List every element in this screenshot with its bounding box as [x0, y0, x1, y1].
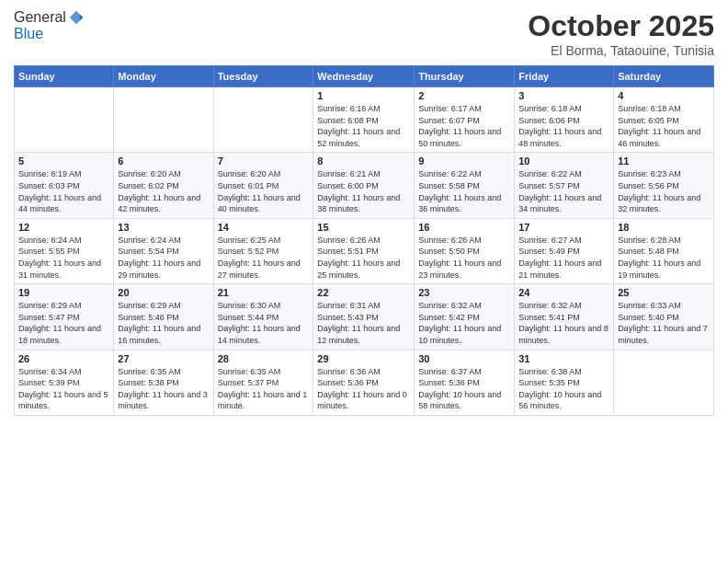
day-info: Sunrise: 6:37 AMSunset: 5:36 PMDaylight:…	[418, 366, 510, 412]
day-of-week-header: Thursday	[415, 66, 515, 87]
day-of-week-header: Sunday	[15, 66, 114, 87]
calendar-cell	[213, 87, 313, 153]
calendar-cell: 1Sunrise: 6:16 AMSunset: 6:08 PMDaylight…	[313, 87, 415, 153]
title-block: October 2025 El Borma, Tataouine, Tunisi…	[528, 9, 714, 58]
day-info: Sunrise: 6:29 AMSunset: 5:47 PMDaylight:…	[18, 300, 109, 346]
day-number: 4	[618, 90, 710, 101]
calendar-cell: 19Sunrise: 6:29 AMSunset: 5:47 PMDayligh…	[15, 284, 114, 350]
calendar-cell: 17Sunrise: 6:27 AMSunset: 5:49 PMDayligh…	[515, 218, 614, 283]
calendar-cell: 6Sunrise: 6:20 AMSunset: 6:02 PMDaylight…	[114, 153, 213, 218]
day-info: Sunrise: 6:32 AMSunset: 5:41 PMDaylight:…	[518, 300, 609, 346]
day-number: 2	[418, 90, 510, 101]
day-info: Sunrise: 6:34 AMSunset: 5:39 PMDaylight:…	[18, 366, 109, 412]
logo-blue-text: Blue	[14, 26, 85, 42]
day-number: 30	[418, 353, 510, 364]
calendar-cell: 25Sunrise: 6:33 AMSunset: 5:40 PMDayligh…	[614, 284, 714, 350]
calendar-cell: 13Sunrise: 6:24 AMSunset: 5:54 PMDayligh…	[114, 218, 213, 283]
day-info: Sunrise: 6:28 AMSunset: 5:48 PMDaylight:…	[618, 235, 710, 281]
day-number: 19	[18, 287, 109, 298]
day-number: 20	[118, 287, 209, 298]
calendar-cell: 26Sunrise: 6:34 AMSunset: 5:39 PMDayligh…	[15, 350, 114, 415]
day-number: 13	[118, 222, 209, 233]
day-info: Sunrise: 6:19 AMSunset: 6:03 PMDaylight:…	[18, 168, 109, 214]
day-number: 1	[317, 90, 410, 101]
calendar-cell: 31Sunrise: 6:38 AMSunset: 5:35 PMDayligh…	[515, 350, 614, 415]
day-number: 3	[518, 90, 609, 101]
calendar-cell: 2Sunrise: 6:17 AMSunset: 6:07 PMDaylight…	[415, 87, 515, 153]
calendar-cell: 8Sunrise: 6:21 AMSunset: 6:00 PMDaylight…	[313, 153, 415, 218]
calendar-cell: 12Sunrise: 6:24 AMSunset: 5:55 PMDayligh…	[15, 218, 114, 283]
day-info: Sunrise: 6:32 AMSunset: 5:42 PMDaylight:…	[418, 300, 510, 346]
day-number: 6	[118, 155, 209, 167]
day-number: 28	[218, 353, 310, 364]
day-info: Sunrise: 6:31 AMSunset: 5:43 PMDaylight:…	[317, 300, 410, 346]
day-number: 11	[618, 155, 710, 167]
calendar-cell	[15, 87, 114, 153]
calendar-cell: 29Sunrise: 6:36 AMSunset: 5:36 PMDayligh…	[313, 350, 415, 415]
calendar-cell: 18Sunrise: 6:28 AMSunset: 5:48 PMDayligh…	[614, 218, 714, 283]
day-number: 12	[18, 222, 109, 233]
calendar-cell	[614, 350, 714, 415]
day-of-week-header: Wednesday	[313, 66, 415, 87]
day-number: 14	[218, 222, 310, 233]
day-info: Sunrise: 6:20 AMSunset: 6:02 PMDaylight:…	[118, 168, 209, 214]
day-info: Sunrise: 6:26 AMSunset: 5:51 PMDaylight:…	[317, 235, 410, 281]
day-number: 25	[618, 287, 710, 298]
location-text: El Borma, Tataouine, Tunisia	[528, 43, 714, 58]
day-of-week-header: Monday	[114, 66, 213, 87]
day-info: Sunrise: 6:35 AMSunset: 5:37 PMDaylight:…	[218, 366, 310, 412]
logo: General Blue	[14, 9, 85, 42]
day-info: Sunrise: 6:21 AMSunset: 6:00 PMDaylight:…	[317, 168, 410, 214]
calendar-week-row: 12Sunrise: 6:24 AMSunset: 5:55 PMDayligh…	[15, 218, 714, 283]
calendar-cell: 15Sunrise: 6:26 AMSunset: 5:51 PMDayligh…	[313, 218, 415, 283]
day-info: Sunrise: 6:30 AMSunset: 5:44 PMDaylight:…	[218, 300, 310, 346]
page-container: General Blue October 2025 El Borma, Tata…	[0, 0, 728, 425]
day-number: 22	[317, 287, 410, 298]
calendar-cell: 5Sunrise: 6:19 AMSunset: 6:03 PMDaylight…	[15, 153, 114, 218]
calendar-cell: 10Sunrise: 6:22 AMSunset: 5:57 PMDayligh…	[515, 153, 614, 218]
day-info: Sunrise: 6:35 AMSunset: 5:38 PMDaylight:…	[118, 366, 209, 412]
day-info: Sunrise: 6:22 AMSunset: 5:58 PMDaylight:…	[418, 168, 510, 214]
day-info: Sunrise: 6:20 AMSunset: 6:01 PMDaylight:…	[218, 168, 310, 214]
calendar-week-row: 1Sunrise: 6:16 AMSunset: 6:08 PMDaylight…	[15, 87, 714, 153]
day-number: 10	[518, 155, 609, 167]
calendar-week-row: 5Sunrise: 6:19 AMSunset: 6:03 PMDaylight…	[15, 153, 714, 218]
calendar-cell: 27Sunrise: 6:35 AMSunset: 5:38 PMDayligh…	[114, 350, 213, 415]
day-number: 29	[317, 353, 410, 364]
day-number: 9	[418, 155, 510, 167]
day-info: Sunrise: 6:24 AMSunset: 5:55 PMDaylight:…	[18, 235, 109, 281]
day-info: Sunrise: 6:29 AMSunset: 5:46 PMDaylight:…	[118, 300, 209, 346]
day-number: 7	[218, 155, 310, 167]
calendar-cell: 28Sunrise: 6:35 AMSunset: 5:37 PMDayligh…	[213, 350, 313, 415]
calendar-cell: 24Sunrise: 6:32 AMSunset: 5:41 PMDayligh…	[515, 284, 614, 350]
day-number: 18	[618, 222, 710, 233]
day-number: 21	[218, 287, 310, 298]
day-info: Sunrise: 6:18 AMSunset: 6:05 PMDaylight:…	[618, 103, 710, 149]
day-number: 23	[418, 287, 510, 298]
day-info: Sunrise: 6:16 AMSunset: 6:08 PMDaylight:…	[317, 103, 410, 149]
header: General Blue October 2025 El Borma, Tata…	[14, 9, 714, 58]
calendar-cell: 14Sunrise: 6:25 AMSunset: 5:52 PMDayligh…	[213, 218, 313, 283]
day-of-week-header: Friday	[515, 66, 614, 87]
calendar-cell: 21Sunrise: 6:30 AMSunset: 5:44 PMDayligh…	[213, 284, 313, 350]
logo-icon	[68, 9, 85, 26]
day-number: 16	[418, 222, 510, 233]
day-info: Sunrise: 6:38 AMSunset: 5:35 PMDaylight:…	[518, 366, 609, 412]
day-info: Sunrise: 6:17 AMSunset: 6:07 PMDaylight:…	[418, 103, 510, 149]
day-info: Sunrise: 6:27 AMSunset: 5:49 PMDaylight:…	[518, 235, 609, 281]
day-number: 5	[18, 155, 109, 167]
calendar-cell: 30Sunrise: 6:37 AMSunset: 5:36 PMDayligh…	[415, 350, 515, 415]
calendar-week-row: 26Sunrise: 6:34 AMSunset: 5:39 PMDayligh…	[15, 350, 714, 415]
day-of-week-header: Saturday	[614, 66, 714, 87]
calendar-cell: 22Sunrise: 6:31 AMSunset: 5:43 PMDayligh…	[313, 284, 415, 350]
day-info: Sunrise: 6:23 AMSunset: 5:56 PMDaylight:…	[618, 168, 710, 214]
calendar-cell: 3Sunrise: 6:18 AMSunset: 6:06 PMDaylight…	[515, 87, 614, 153]
calendar-table: SundayMondayTuesdayWednesdayThursdayFrid…	[14, 65, 714, 416]
day-of-week-header: Tuesday	[213, 66, 313, 87]
logo-general-text: General	[14, 9, 66, 26]
day-info: Sunrise: 6:33 AMSunset: 5:40 PMDaylight:…	[618, 300, 710, 346]
calendar-header-row: SundayMondayTuesdayWednesdayThursdayFrid…	[15, 66, 714, 87]
day-info: Sunrise: 6:25 AMSunset: 5:52 PMDaylight:…	[218, 235, 310, 281]
calendar-cell: 11Sunrise: 6:23 AMSunset: 5:56 PMDayligh…	[614, 153, 714, 218]
day-number: 26	[18, 353, 109, 364]
